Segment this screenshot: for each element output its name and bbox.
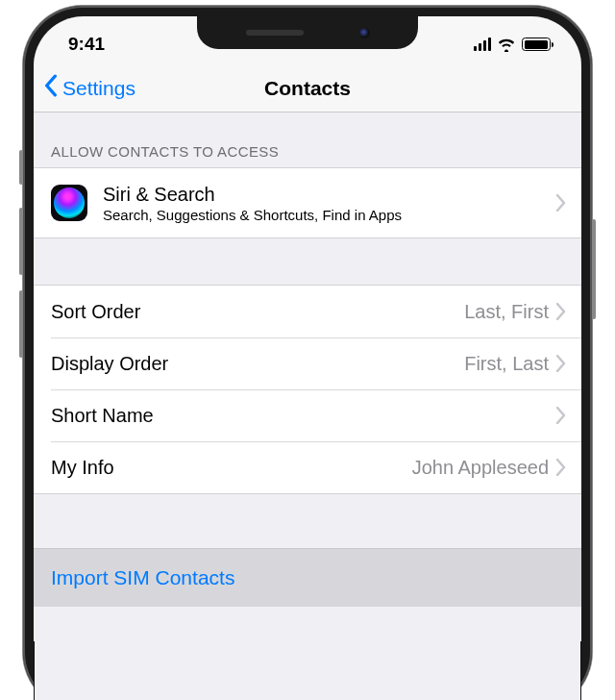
earpiece-speaker <box>246 30 304 36</box>
chevron-right-icon <box>556 459 566 476</box>
chevron-right-icon <box>556 194 566 212</box>
phone-body: 9:41 Settings C <box>23 6 592 700</box>
label-sort-order: Sort Order <box>51 301 464 323</box>
page-title: Contacts <box>34 77 581 100</box>
front-camera <box>359 28 370 38</box>
notch <box>197 16 418 49</box>
row-sort-order[interactable]: Sort Order Last, First <box>34 286 581 338</box>
group-ordering: Sort Order Last, First Display Order Fir… <box>34 285 581 494</box>
chevron-right-icon <box>556 355 566 372</box>
row-siri-search[interactable]: Siri & Search Search, Suggestions & Shor… <box>34 168 581 238</box>
group-spacer <box>34 494 581 548</box>
power-button <box>592 219 596 319</box>
content-area: Allow Contacts to Access Siri & Search S… <box>34 112 581 641</box>
row-display-order[interactable]: Display Order First, Last <box>34 338 581 389</box>
label-my-info: My Info <box>51 457 412 479</box>
chevron-right-icon <box>556 303 566 320</box>
navigation-bar: Settings Contacts <box>34 62 581 112</box>
label-short-name: Short Name <box>51 405 549 427</box>
label-display-order: Display Order <box>51 353 464 375</box>
row-short-name[interactable]: Short Name <box>34 389 581 441</box>
screen: 9:41 Settings C <box>34 16 581 700</box>
value-my-info: John Appleseed <box>412 457 549 479</box>
import-label: Import SIM Contacts <box>51 566 234 588</box>
status-time: 9:41 <box>68 34 105 55</box>
value-sort-order: Last, First <box>464 301 549 323</box>
siri-icon <box>51 185 87 221</box>
row-siri-title: Siri & Search <box>103 184 556 206</box>
device-frame: 9:41 Settings C <box>23 6 592 700</box>
row-siri-subtitle: Search, Suggestions & Shortcuts, Find in… <box>103 207 556 223</box>
battery-icon <box>522 38 551 51</box>
wifi-icon <box>497 37 516 52</box>
group-access: Siri & Search Search, Suggestions & Shor… <box>34 167 581 238</box>
group-spacer <box>34 238 581 285</box>
status-icons <box>474 37 552 52</box>
footer-spacer <box>34 607 581 641</box>
chevron-right-icon <box>556 407 566 424</box>
row-my-info[interactable]: My Info John Appleseed <box>34 441 581 493</box>
import-sim-contacts-button[interactable]: Import SIM Contacts <box>34 548 581 607</box>
section-header-access: Allow Contacts to Access <box>34 112 581 167</box>
cellular-signal-icon <box>474 38 492 51</box>
value-display-order: First, Last <box>464 353 549 375</box>
